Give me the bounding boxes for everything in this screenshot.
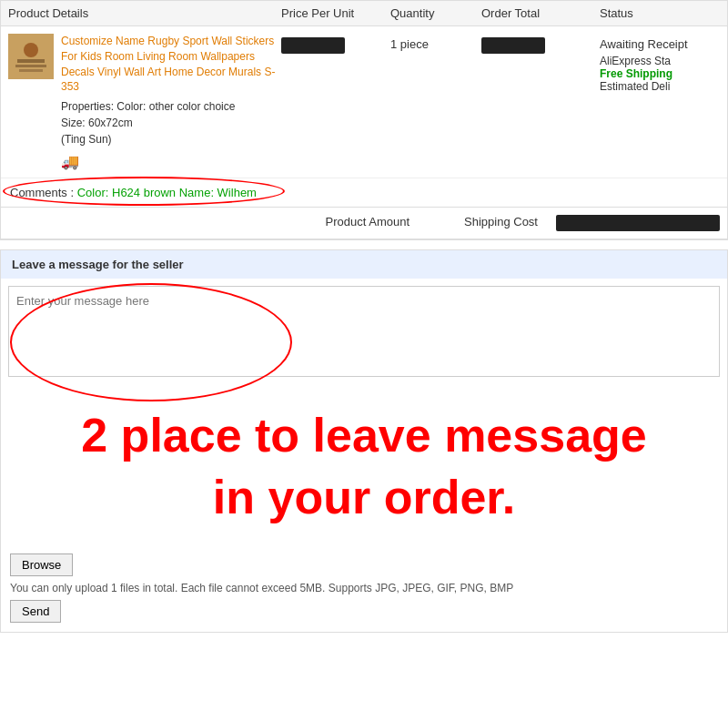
message-textarea[interactable] — [8, 286, 720, 377]
totals-labels: Product Amount Shipping Cost — [326, 215, 538, 231]
col-price-per-unit: Price Per Unit — [281, 6, 390, 20]
svg-rect-2 — [17, 59, 45, 63]
aliexpress-label: AliExpress Sta — [600, 55, 720, 67]
message-header: Leave a message for the seller — [1, 250, 727, 279]
price-col — [281, 34, 390, 54]
order-section: Product Details Price Per Unit Quantity … — [0, 0, 728, 240]
product-info: Customize Name Rugby Sport Wall Stickers… — [61, 34, 281, 170]
product-amount-label: Product Amount — [326, 215, 410, 231]
product-row: Customize Name Rugby Sport Wall Stickers… — [1, 26, 727, 178]
property-size: Size: 60x72cm — [61, 115, 281, 131]
aliexpress-status: AliExpress Sta Free Shipping Estimated D… — [600, 51, 720, 93]
product-props: Properties: Color: other color choice Si… — [61, 98, 281, 147]
shipping-cost-label: Shipping Cost — [464, 215, 538, 231]
order-total-col — [481, 34, 600, 54]
send-button[interactable]: Send — [10, 600, 61, 623]
order-total-bar — [481, 37, 545, 54]
comments-row: Comments : Color: H624 brown Name: Wilhe… — [1, 178, 727, 208]
truck-icon: 🚚 — [61, 153, 281, 170]
product-details: Customize Name Rugby Sport Wall Stickers… — [8, 34, 281, 170]
total-bar — [556, 215, 720, 231]
upload-info: You can only upload 1 files in total. Ea… — [10, 582, 718, 594]
property-color: Properties: Color: other color choice — [61, 98, 281, 115]
price-bar — [281, 37, 345, 54]
col-status: Status — [600, 6, 720, 20]
comments-value: Color: H624 brown Name: Wilhem — [77, 186, 257, 199]
annotation-line2: in your order. — [10, 467, 718, 529]
col-quantity: Quantity — [390, 6, 481, 20]
comments-label: Comments : — [10, 186, 74, 199]
browse-section: Browse You can only upload 1 files in to… — [1, 546, 727, 632]
property-seller: (Ting Sun) — [61, 131, 281, 147]
product-link[interactable]: Customize Name Rugby Sport Wall Stickers… — [61, 34, 281, 95]
col-order-total: Order Total — [481, 6, 600, 20]
estimated-delivery: Estimated Deli — [600, 80, 720, 93]
annotation-text: 2 place to leave message in your order. — [1, 387, 727, 546]
quantity-col: 1 piece — [390, 34, 481, 51]
status-text: Awaiting Receipt — [600, 37, 720, 51]
table-header: Product Details Price Per Unit Quantity … — [1, 1, 727, 26]
totals-row: Product Amount Shipping Cost — [1, 208, 727, 239]
svg-rect-3 — [15, 65, 46, 67]
product-image — [8, 34, 54, 79]
message-section: Leave a message for the seller 2 place t… — [0, 249, 728, 633]
totals-values — [556, 215, 720, 231]
col-product-details: Product Details — [8, 6, 281, 20]
free-shipping: Free Shipping — [600, 67, 720, 80]
message-body — [1, 279, 727, 387]
svg-point-1 — [24, 43, 38, 57]
annotation-line1: 2 place to leave message — [10, 405, 718, 467]
svg-rect-4 — [19, 69, 43, 72]
quantity-value: 1 piece — [390, 37, 429, 51]
status-col: Awaiting Receipt AliExpress Sta Free Shi… — [600, 34, 720, 93]
browse-button[interactable]: Browse — [10, 553, 73, 576]
